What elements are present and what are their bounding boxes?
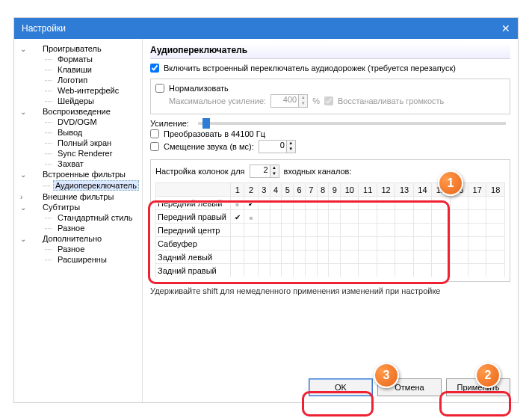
tree-item[interactable]: ·····Sync Renderer — [35, 148, 139, 159]
label-enable: Включить встроенный переключатель аудиод… — [164, 64, 456, 73]
label-speaker-right: входных каналов: — [284, 167, 352, 176]
close-icon[interactable]: ✕ — [501, 22, 510, 34]
label-maxgain: Максимальное усиление: — [169, 96, 266, 105]
tree-item[interactable]: ·····Аудиопереключатель — [35, 179, 139, 191]
window-title: Настройки — [22, 23, 66, 34]
tree-item[interactable]: ⌄Дополнительно — [20, 233, 139, 244]
chk-restore — [324, 96, 333, 105]
settings-window: Настройки ✕ ⌄Проигрыватель·····Форматы··… — [13, 17, 519, 403]
tree-item[interactable]: ·····Разное — [35, 244, 139, 254]
tree-item[interactable]: ·····Разное — [35, 223, 139, 233]
tree-item[interactable]: ·····Логотип — [35, 75, 139, 85]
tree-item[interactable]: ⌄Встроенные фильтры — [20, 169, 139, 179]
chk-offset[interactable] — [150, 142, 159, 151]
channel-matrix[interactable]: 123456789101112131415161718Передний левы… — [155, 182, 505, 277]
tree-item[interactable]: ·····Форматы — [35, 54, 139, 64]
titlebar: Настройки ✕ — [14, 18, 518, 39]
annotation-badge-2: 2 — [475, 363, 501, 388]
annotation-badge-1: 1 — [438, 170, 463, 196]
label-gain: Усиление: — [150, 119, 189, 128]
tree-item[interactable]: ·····Захват — [35, 159, 139, 169]
hint-text: Удерживайте shift для немедленного приме… — [150, 286, 510, 295]
tree-item[interactable]: ›Внешние фильтры — [20, 191, 139, 202]
label-restore: Восстанавливать громкость — [338, 96, 444, 105]
label-speaker-left: Настройка колонок для — [155, 167, 245, 176]
slider-gain[interactable] — [198, 122, 506, 125]
tree-item[interactable]: ·····DVD/OGM — [35, 117, 139, 127]
tree-item[interactable]: ·····Стандартный стиль — [35, 212, 139, 223]
tree-item[interactable]: ·····Вывод — [35, 127, 139, 138]
chk-convert[interactable] — [150, 129, 159, 138]
input-channels[interactable]: 2▲▼ — [250, 165, 279, 178]
label-normalize: Нормализовать — [169, 84, 229, 93]
tree-item[interactable]: ·····Клавиши — [35, 64, 139, 75]
ok-button[interactable]: OK — [309, 378, 373, 396]
tree-item[interactable]: ·····Web-интерфейс — [35, 85, 139, 96]
label-convert: Преобразовать в 44100 Гц — [164, 129, 265, 138]
input-maxgain[interactable]: 400▲▼ — [270, 94, 308, 108]
input-offset[interactable]: 0▲▼ — [259, 140, 296, 153]
tree-item[interactable]: ⌄Субтитры — [20, 202, 139, 212]
tree-item[interactable]: ⌄Воспроизведение — [20, 106, 139, 117]
tree-item[interactable]: ⌄Проигрыватель — [20, 43, 139, 54]
chk-enable[interactable] — [150, 64, 159, 73]
nav-tree[interactable]: ⌄Проигрыватель·····Форматы·····Клавиши··… — [14, 39, 143, 402]
tree-item[interactable]: ·····Шейдеры — [35, 96, 139, 106]
section-title: Аудиопереключатель — [150, 43, 510, 59]
tree-item[interactable]: ·····Расширенны — [35, 254, 139, 265]
label-offset: Смещение звука (в мс): — [164, 142, 254, 151]
main-panel: Аудиопереключатель Включить встроенный п… — [143, 39, 518, 402]
chk-normalize[interactable] — [155, 84, 164, 93]
annotation-badge-3: 3 — [374, 363, 399, 388]
tree-item[interactable]: ·····Полный экран — [35, 138, 139, 148]
